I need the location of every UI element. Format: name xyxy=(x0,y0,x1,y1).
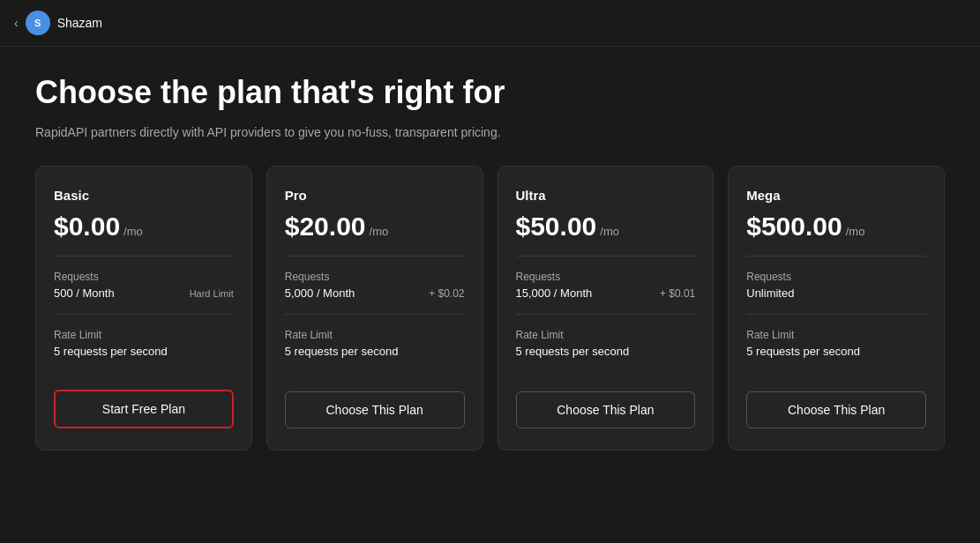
divider-2 xyxy=(746,314,926,315)
rate-value: 5 requests per second xyxy=(516,345,696,358)
rate-value: 5 requests per second xyxy=(746,345,926,358)
requests-label: Requests xyxy=(746,271,926,283)
plan-cta: Choose This Plan xyxy=(285,374,465,428)
requests-value: 5,000 / Month xyxy=(285,286,355,300)
plan-price-row: $0.00 /mo xyxy=(54,212,234,242)
plan-card-basic: Basic $0.00 /mo Requests 500 / Month Har… xyxy=(35,166,252,450)
plan-price: $0.00 xyxy=(54,212,120,242)
rate-feature: Rate Limit 5 requests per second xyxy=(54,329,234,358)
requests-feature: Requests 5,000 / Month + $0.02 xyxy=(285,271,465,300)
divider-1 xyxy=(54,256,234,257)
plan-name: Ultra xyxy=(516,188,696,203)
plan-period: /mo xyxy=(600,225,619,238)
plan-price-row: $500.00 /mo xyxy=(746,212,926,242)
cta-button-pro[interactable]: Choose This Plan xyxy=(285,391,465,428)
hard-limit-badge: Hard Limit xyxy=(190,288,234,299)
plan-period: /mo xyxy=(370,225,389,238)
rate-label: Rate Limit xyxy=(516,329,696,341)
rate-feature: Rate Limit 5 requests per second xyxy=(285,329,465,358)
plan-price-row: $50.00 /mo xyxy=(516,212,696,242)
plan-card-mega: Mega $500.00 /mo Requests Unlimited Rate… xyxy=(728,166,945,450)
plan-price: $500.00 xyxy=(746,212,842,242)
divider-2 xyxy=(285,314,465,315)
plan-card-pro: Pro $20.00 /mo Requests 5,000 / Month + … xyxy=(266,166,483,450)
plans-container: Basic $0.00 /mo Requests 500 / Month Har… xyxy=(35,166,945,450)
plan-price-row: $20.00 /mo xyxy=(285,212,465,242)
page-title: Choose the plan that's right for xyxy=(35,73,945,111)
plan-price: $50.00 xyxy=(516,212,597,242)
app-name: Shazam xyxy=(57,16,102,30)
plan-card-ultra: Ultra $50.00 /mo Requests 15,000 / Month… xyxy=(497,166,714,450)
divider-1 xyxy=(285,256,465,257)
main-content: Choose the plan that's right for RapidAP… xyxy=(0,47,980,477)
plan-name: Mega xyxy=(746,188,926,203)
divider-1 xyxy=(746,256,926,257)
rate-feature: Rate Limit 5 requests per second xyxy=(746,329,926,358)
plan-price: $20.00 xyxy=(285,212,366,242)
requests-feature: Requests Unlimited xyxy=(746,271,926,300)
divider-1 xyxy=(516,256,696,257)
requests-label: Requests xyxy=(516,271,696,283)
requests-value: 500 / Month xyxy=(54,286,115,300)
requests-value-row: Unlimited xyxy=(746,286,926,300)
divider-2 xyxy=(54,314,234,315)
cta-button-ultra[interactable]: Choose This Plan xyxy=(516,391,696,428)
requests-label: Requests xyxy=(285,271,465,283)
requests-feature: Requests 15,000 / Month + $0.01 xyxy=(516,271,696,300)
back-button[interactable]: ‹ xyxy=(14,16,19,30)
rate-label: Rate Limit xyxy=(746,329,926,341)
rate-feature: Rate Limit 5 requests per second xyxy=(516,329,696,358)
plan-cta: Choose This Plan xyxy=(746,374,926,428)
cta-button-mega[interactable]: Choose This Plan xyxy=(746,391,926,428)
requests-value-row: 5,000 / Month + $0.02 xyxy=(285,286,465,300)
rate-label: Rate Limit xyxy=(54,329,234,341)
rate-value: 5 requests per second xyxy=(285,345,465,358)
requests-value-row: 15,000 / Month + $0.01 xyxy=(516,286,696,300)
divider-2 xyxy=(516,314,696,315)
plan-name: Pro xyxy=(285,188,465,203)
plan-period: /mo xyxy=(123,225,143,238)
requests-feature: Requests 500 / Month Hard Limit xyxy=(54,271,234,300)
avatar: S xyxy=(26,11,50,35)
rate-label: Rate Limit xyxy=(285,329,465,341)
requests-value: Unlimited xyxy=(746,286,794,300)
plan-name: Basic xyxy=(54,188,234,203)
cta-button-basic[interactable]: Start Free Plan xyxy=(54,390,234,428)
requests-value-row: 500 / Month Hard Limit xyxy=(54,286,234,300)
plan-cta: Start Free Plan xyxy=(54,372,234,428)
requests-extra: + $0.01 xyxy=(660,287,695,300)
requests-label: Requests xyxy=(54,271,234,283)
page-subtitle: RapidAPI partners directly with API prov… xyxy=(35,125,945,139)
plan-cta: Choose This Plan xyxy=(516,374,696,428)
requests-extra: + $0.02 xyxy=(429,287,464,300)
requests-value: 15,000 / Month xyxy=(516,286,593,300)
rate-value: 5 requests per second xyxy=(54,345,234,358)
header: ‹ S Shazam xyxy=(0,0,980,47)
plan-period: /mo xyxy=(846,225,865,238)
